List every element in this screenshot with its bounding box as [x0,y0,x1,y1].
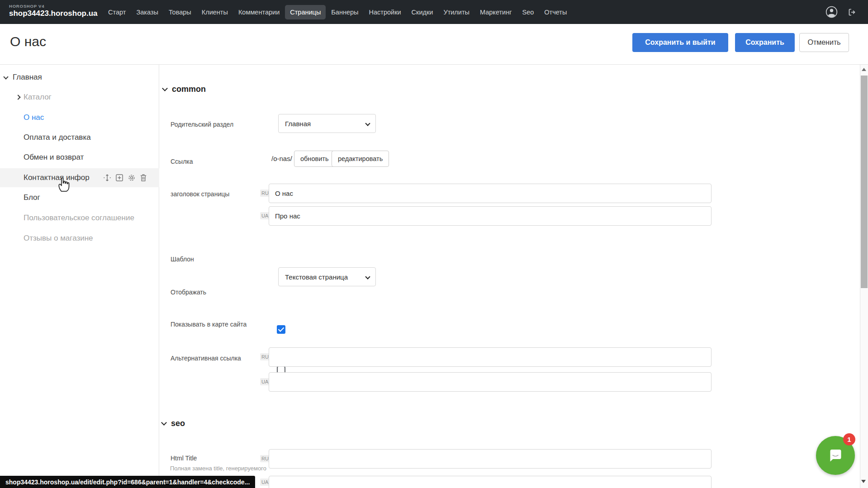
page-title: О нас [10,34,46,49]
sidebar-item-contacts[interactable]: Контактная инфор [0,168,159,187]
save-button[interactable]: Сохранить [735,33,795,52]
sidebar-item-home[interactable]: Главная [0,68,159,87]
template-value: Текстовая страница [285,273,348,281]
html-title-label: Html Title [171,455,197,462]
nav-item-settings[interactable]: Настройки [364,5,406,19]
nav-item-start[interactable]: Старт [103,5,131,19]
nav-item-marketing[interactable]: Маркетинг [475,5,517,19]
html-title-note: Полная замена title, генерируемого [170,465,266,472]
html-title-ru-input[interactable] [269,449,711,469]
move-icon[interactable] [103,174,111,182]
add-icon[interactable] [115,174,123,182]
chevron-right-icon[interactable] [15,95,20,99]
top-navbar: HOROSHOP V4 shop34423.horoshop.ua Старт … [0,0,868,24]
sidebar-item-label: Каталог [24,93,52,102]
pages-tree-sidebar: Главная Каталог О нас Оплата и доставка … [0,65,159,488]
alt-link-ua-input[interactable] [269,372,711,392]
sidebar-item-label: Блог [24,193,40,202]
logo-domain: shop34423.horoshop.ua [9,9,98,18]
gear-icon[interactable] [128,174,136,182]
nav-item-comments[interactable]: Комментарии [233,5,285,19]
section-seo-toggle[interactable]: seo [162,419,185,428]
sidebar-item-returns[interactable]: Обмен и возврат [0,148,159,167]
sidebar-item-about[interactable]: О нас [0,108,159,127]
sidebar-item-payment[interactable]: Оплата и доставка [0,128,159,147]
chevron-down-icon [365,274,370,279]
sidebar-item-blog[interactable]: Блог [0,188,159,207]
alt-link-label: Альтернативная ссылка [171,355,241,362]
chevron-down-icon [161,420,167,426]
display-checkbox[interactable] [277,325,285,334]
trash-icon[interactable] [140,174,147,182]
template-select[interactable]: Текстовая страница [278,267,376,286]
main-menu: Старт Заказы Товары Клиенты Комментарии … [103,0,572,24]
page-edit-form: common Родительский раздел Главная Ссылк… [160,65,860,488]
cancel-button[interactable]: Отменить [799,33,849,52]
scrollbar-down-arrow[interactable] [861,480,866,483]
logout-icon[interactable] [846,6,858,18]
chevron-down-icon[interactable] [3,74,8,79]
hand-cursor-icon [57,175,70,192]
row-action-icons [103,174,147,182]
navbar-right [825,0,858,24]
nav-item-reports[interactable]: Отчеты [539,5,572,19]
chevron-down-icon [365,121,370,126]
page-heading-ua-input[interactable] [269,206,711,226]
nav-item-utilities[interactable]: Утилиты [438,5,474,19]
nav-item-products[interactable]: Товары [164,5,196,19]
nav-item-discounts[interactable]: Скидки [407,5,438,19]
parent-section-select[interactable]: Главная [278,114,376,133]
sidebar-item-label: Оплата и доставка [24,133,91,142]
save-and-exit-button[interactable]: Сохранить и выйти [632,33,728,52]
logo-version: HOROSHOP V4 [9,4,98,9]
display-label: Отображать [171,289,206,296]
sitemap-label: Показывать в карте сайта [171,321,247,328]
logo[interactable]: HOROSHOP V4 shop34423.horoshop.ua [9,4,98,18]
nav-item-clients[interactable]: Клиенты [197,5,233,19]
parent-section-value: Главная [285,120,311,128]
page-heading-ru-input[interactable] [269,184,711,203]
sidebar-item-catalog[interactable]: Каталог [0,88,159,107]
chat-unread-badge: 1 [843,433,855,445]
status-url-bar: shop34423.horoshop.ua/edit/edit.php?id=6… [0,476,255,488]
scrollbar-thumb[interactable] [861,76,868,288]
sidebar-item-user-agreement[interactable]: Пользовательское соглашение [0,208,159,227]
link-label: Ссылка [171,158,193,165]
html-title-ua-input[interactable] [269,476,711,488]
page-heading-label: заголовок страницы [171,190,229,198]
link-refresh-button[interactable]: обновить [294,151,335,167]
alt-link-ru-input[interactable] [269,347,711,367]
sidebar-item-label: Главная [13,73,42,82]
sidebar-item-label: Пользовательское соглашение [24,213,134,223]
nav-item-banners[interactable]: Баннеры [326,5,363,19]
parent-section-label: Родительский раздел [171,121,233,128]
template-label: Шаблон [171,256,194,263]
chat-bubble-icon [825,445,846,466]
page-header: О нас Сохранить и выйти Сохранить Отмени… [0,24,868,65]
section-seo-title: seo [171,419,185,428]
scrollbar-up-arrow[interactable] [862,68,866,71]
nav-item-orders[interactable]: Заказы [131,5,163,19]
link-value: /o-nas/ [271,155,292,162]
chevron-down-icon [162,85,168,91]
section-common-title: common [172,85,206,94]
nav-item-pages[interactable]: Страницы [285,5,326,19]
link-edit-button[interactable]: редактировать [332,151,389,167]
sidebar-item-label: О нас [24,113,44,122]
section-common-toggle[interactable]: common [163,85,206,94]
sidebar-item-store-reviews[interactable]: Отзывы о магазине [0,229,159,248]
sidebar-item-label: Отзывы о магазине [24,234,93,243]
account-icon[interactable] [825,6,838,18]
sidebar-item-label: Обмен и возврат [24,153,84,162]
nav-item-seo[interactable]: Seo [517,5,539,19]
